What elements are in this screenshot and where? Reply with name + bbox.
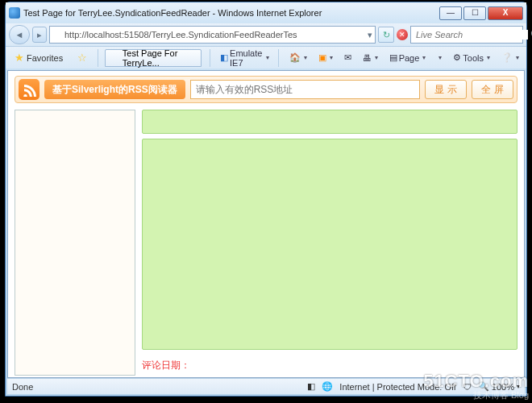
page-menu-button[interactable]: ▤Page [385, 50, 430, 66]
mail-button[interactable]: ✉ [340, 50, 355, 66]
tools-menu-button[interactable]: ⚙Tools [449, 50, 494, 66]
ie-icon [9, 7, 20, 19]
close-button[interactable]: X [488, 6, 523, 20]
stop-button[interactable]: ✕ [397, 29, 408, 40]
page-icon [52, 30, 62, 39]
help-button[interactable]: ❔ [497, 50, 523, 66]
zoom-icon: 🔍 [478, 381, 489, 392]
safety-menu-button[interactable]: Safety [433, 50, 446, 66]
rss-reader-app: 基于Silverlight的RSS阅读器 显 示 全 屏 评论日期： [8, 71, 524, 380]
favorites-button[interactable]: ★Favorites [9, 50, 69, 66]
forward-button[interactable]: ▸ [32, 27, 47, 43]
emulate-button[interactable]: ◧Emulate IE7 [216, 50, 273, 66]
protected-mode-text: Internet | Protected Mode: Off [339, 382, 456, 392]
page-content: 基于Silverlight的RSS阅读器 显 示 全 屏 评论日期： [7, 70, 525, 378]
window-title: Test Page for TerryLee.SyndicationFeedRe… [23, 8, 439, 18]
separator [210, 49, 212, 67]
fullscreen-button[interactable]: 全 屏 [472, 80, 513, 99]
show-button[interactable]: 显 示 [425, 80, 467, 99]
comment-date-label: 评论日期： [142, 355, 517, 376]
home-button[interactable]: 🏠 [285, 50, 311, 66]
refresh-button[interactable]: ↻ [378, 27, 394, 43]
star-add-icon: ☆ [77, 52, 87, 64]
feed-list-panel[interactable] [15, 110, 135, 376]
tab-icon [112, 53, 119, 63]
zoom-control[interactable]: 🔍100%▾ [478, 381, 520, 392]
app-header: 基于Silverlight的RSS阅读器 显 示 全 屏 [15, 76, 517, 103]
feed-content-panel: 评论日期： [142, 110, 517, 376]
search-input[interactable] [416, 30, 528, 39]
title-bar: Test Page for TerryLee.SyndicationFeedRe… [6, 2, 526, 23]
compat-icon[interactable]: ◧ [307, 381, 315, 392]
rss-url-input[interactable] [190, 80, 420, 99]
feeds-button[interactable]: ▣ [314, 50, 337, 66]
browser-window: Test Page for TerryLee.SyndicationFeedRe… [5, 2, 527, 397]
nav-toolbar: ◄ ▸ ▾ ↻ ✕ 🔍 [6, 23, 526, 46]
separator [98, 49, 100, 67]
security-icon[interactable]: 🛡 [463, 382, 472, 392]
url-input[interactable] [64, 30, 365, 39]
search-box[interactable]: 🔍 [410, 26, 523, 44]
back-button[interactable]: ◄ [9, 25, 30, 44]
browser-tab[interactable]: Test Page For TerryLe... [105, 49, 202, 67]
app-title: 基于Silverlight的RSS阅读器 [44, 80, 185, 99]
separator [278, 49, 281, 67]
minimize-button[interactable]: — [439, 6, 462, 20]
feed-title-box [142, 110, 517, 134]
star-icon: ★ [15, 52, 24, 64]
dropdown-icon[interactable]: ▾ [368, 30, 372, 40]
app-body: 评论日期： [15, 110, 517, 376]
maximize-button[interactable]: ☐ [463, 6, 486, 20]
internet-zone-icon: 🌐 [322, 381, 333, 392]
add-favorite-button[interactable]: ☆ [72, 50, 93, 66]
address-bar[interactable]: ▾ [49, 26, 376, 44]
status-text: Done [12, 382, 33, 392]
print-button[interactable]: 🖶 [359, 50, 382, 66]
status-bar: Done ◧ 🌐 Internet | Protected Mode: Off … [7, 378, 525, 394]
rss-icon [19, 79, 39, 100]
favorites-toolbar: ★Favorites ☆ Test Page For TerryLe... ◧E… [6, 46, 526, 69]
feed-body-box [142, 139, 517, 350]
